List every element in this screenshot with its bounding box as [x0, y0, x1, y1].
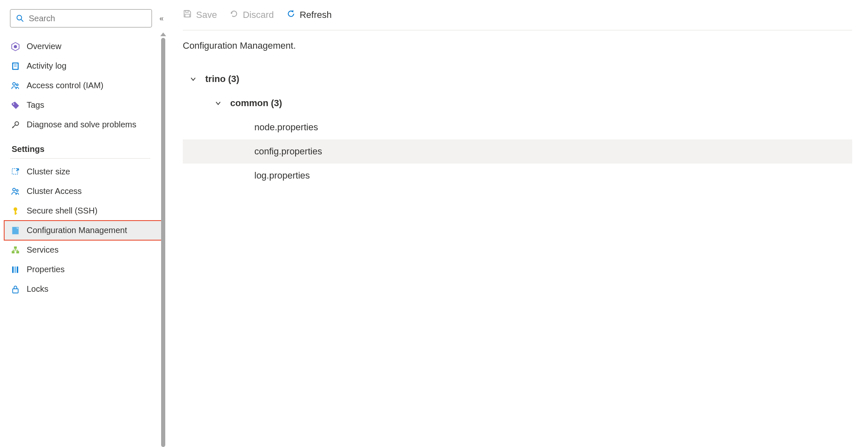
search-box[interactable] — [10, 9, 152, 27]
toolbar: Save Discard Refresh — [183, 9, 852, 30]
save-label: Save — [196, 10, 217, 20]
sidebar-section-settings: Settings — [10, 134, 150, 159]
sidebar: « Overview Activity log Access control (… — [0, 0, 164, 447]
activity-log-icon — [11, 62, 20, 71]
svg-rect-12 — [12, 169, 17, 174]
lock-icon — [11, 285, 20, 294]
sidebar-item-label: Overview — [27, 42, 61, 51]
search-icon — [15, 14, 25, 23]
key-icon — [11, 206, 20, 216]
refresh-button[interactable]: Refresh — [286, 9, 332, 21]
page-subtitle: Configuration Management. — [183, 40, 852, 51]
svg-rect-20 — [14, 246, 17, 249]
tree-node-label: common (3) — [230, 98, 282, 109]
tags-icon — [11, 101, 20, 110]
svg-rect-23 — [12, 266, 13, 273]
svg-point-9 — [16, 84, 18, 85]
tree-leaf-config-properties[interactable]: config.properties — [183, 139, 852, 164]
sidebar-item-tags[interactable]: Tags — [10, 95, 164, 115]
svg-point-3 — [14, 45, 17, 48]
sidebar-item-label: Services — [27, 245, 59, 255]
save-icon — [183, 9, 192, 21]
sidebar-item-configuration-management[interactable]: Configuration Management — [4, 221, 162, 240]
svg-rect-24 — [15, 266, 16, 273]
svg-rect-28 — [185, 14, 190, 17]
services-icon — [11, 246, 20, 255]
sidebar-item-label: Activity log — [27, 61, 67, 71]
sidebar-item-cluster-size[interactable]: Cluster size — [10, 162, 164, 181]
tree-leaf-label: log.properties — [254, 170, 310, 181]
cluster-access-icon — [11, 187, 20, 196]
sidebar-item-properties[interactable]: Properties — [10, 260, 164, 279]
refresh-label: Refresh — [300, 10, 332, 20]
svg-point-14 — [16, 189, 18, 191]
svg-rect-21 — [12, 251, 15, 253]
sidebar-item-activity-log[interactable]: Activity log — [10, 56, 164, 76]
svg-point-0 — [17, 15, 22, 20]
cluster-size-icon — [11, 167, 20, 176]
svg-rect-16 — [15, 210, 16, 214]
sidebar-item-label: Tags — [27, 100, 44, 110]
sidebar-scrollbar[interactable] — [161, 32, 165, 447]
sidebar-item-label: Access control (IAM) — [27, 81, 103, 90]
tree-node-label: trino (3) — [205, 74, 239, 84]
svg-point-11 — [15, 122, 19, 125]
svg-rect-27 — [186, 10, 189, 12]
tree-leaf-node-properties[interactable]: node.properties — [183, 115, 852, 139]
main-pane: Save Discard Refresh Configuration Manag… — [164, 0, 868, 447]
svg-point-8 — [12, 82, 15, 85]
sidebar-item-access-control[interactable]: Access control (IAM) — [10, 76, 164, 95]
sidebar-item-label: Cluster Access — [27, 186, 82, 196]
sidebar-item-label: Properties — [27, 265, 65, 274]
discard-icon — [229, 9, 239, 21]
sidebar-item-services[interactable]: Services — [10, 240, 164, 260]
discard-button[interactable]: Discard — [229, 9, 274, 21]
chevron-down-icon — [189, 76, 197, 82]
sidebar-search-row: « — [10, 9, 164, 27]
save-button[interactable]: Save — [183, 9, 217, 21]
diagnose-icon — [11, 120, 20, 129]
sidebar-item-label: Secure shell (SSH) — [27, 206, 97, 216]
search-input[interactable] — [29, 14, 147, 23]
config-file-icon — [11, 226, 20, 235]
svg-point-15 — [14, 207, 17, 211]
sidebar-item-label: Configuration Management — [27, 226, 127, 235]
svg-rect-25 — [17, 266, 18, 273]
svg-point-10 — [13, 103, 14, 104]
scroll-thumb[interactable] — [161, 38, 165, 447]
svg-rect-17 — [15, 213, 17, 214]
config-tree: trino (3) common (3) node.properties con… — [183, 67, 852, 188]
sidebar-item-label: Locks — [27, 284, 48, 294]
sidebar-nav: Overview Activity log Access control (IA… — [10, 37, 164, 447]
chevron-down-icon — [214, 100, 222, 107]
sidebar-item-secure-shell[interactable]: Secure shell (SSH) — [10, 201, 164, 221]
refresh-icon — [286, 9, 296, 21]
svg-point-13 — [12, 188, 15, 191]
sidebar-item-label: Cluster size — [27, 167, 70, 176]
svg-rect-26 — [12, 288, 18, 293]
sidebar-item-overview[interactable]: Overview — [10, 37, 164, 56]
scroll-up-arrow-icon[interactable] — [160, 32, 166, 36]
svg-line-1 — [21, 20, 23, 22]
tree-node-common[interactable]: common (3) — [183, 91, 852, 115]
collapse-sidebar-icon[interactable]: « — [159, 14, 161, 23]
tree-node-trino[interactable]: trino (3) — [183, 67, 852, 91]
sidebar-item-cluster-access[interactable]: Cluster Access — [10, 181, 164, 201]
svg-rect-22 — [16, 251, 19, 253]
discard-label: Discard — [243, 10, 274, 20]
sidebar-item-label: Diagnose and solve problems — [27, 120, 137, 129]
access-control-icon — [11, 81, 20, 90]
overview-icon — [11, 42, 20, 51]
tree-leaf-label: node.properties — [254, 122, 318, 133]
sidebar-item-diagnose[interactable]: Diagnose and solve problems — [10, 115, 164, 134]
properties-icon — [11, 265, 20, 274]
tree-leaf-log-properties[interactable]: log.properties — [183, 164, 852, 188]
sidebar-item-locks[interactable]: Locks — [10, 279, 164, 299]
tree-leaf-label: config.properties — [254, 146, 322, 157]
